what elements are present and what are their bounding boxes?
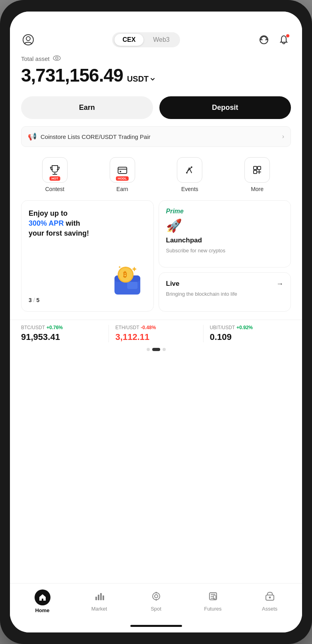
spot-icon [151, 591, 161, 604]
dot-1 [147, 348, 150, 351]
launchpad-card[interactable]: Prime 🚀 Launchpad Subscribe for new cryp… [159, 200, 291, 267]
svg-point-8 [186, 172, 188, 174]
banner-text: Coinstore Lists CORE/USDT Trading Pair [41, 133, 150, 140]
events-label: Events [181, 186, 198, 192]
nav-spot[interactable]: Spot [128, 591, 184, 612]
status-bar [10, 12, 302, 29]
pagination: 3 / 5 [29, 297, 39, 303]
eye-icon[interactable] [53, 55, 61, 62]
svg-rect-19 [98, 595, 99, 600]
live-row: Live → [166, 280, 284, 288]
cex-tab[interactable]: CEX [114, 34, 143, 46]
ubit-pair: UBIT/USDT [210, 325, 235, 330]
live-card[interactable]: Live → Bringing the blockchain into life [159, 272, 291, 312]
svg-point-4 [56, 57, 58, 59]
home-bar [10, 619, 302, 632]
quick-item-earn[interactable]: HODL Earn [110, 157, 135, 192]
deposit-button[interactable]: Deposit [159, 96, 291, 119]
action-buttons: Earn Deposit [10, 92, 302, 126]
megaphone-icon: 📢 [28, 132, 37, 141]
home-label: Home [35, 607, 49, 613]
support-button[interactable] [257, 33, 271, 47]
quick-item-contest[interactable]: HOT Contest [42, 157, 68, 192]
notification-button[interactable] [277, 33, 291, 47]
svg-rect-10 [258, 166, 261, 170]
quick-item-events[interactable]: Events [177, 157, 202, 192]
ubit-price: 0.109 [210, 332, 291, 342]
events-icon [177, 157, 202, 183]
asset-currency[interactable]: USDT [127, 74, 155, 84]
bottom-nav: Home Market [10, 583, 302, 619]
savings-card-content: Enjoy up to 300% APR withyour forst savi… [29, 209, 146, 239]
eth-pair: ETH/USDT [115, 325, 139, 330]
assets-icon [265, 591, 275, 604]
svg-rect-20 [100, 593, 102, 600]
phone-screen: CEX Web3 [10, 12, 302, 632]
nav-home[interactable]: Home [14, 589, 71, 613]
launchpad-title: Launchpad [166, 236, 202, 244]
futures-icon [208, 591, 218, 604]
dot-2 [152, 348, 160, 351]
hodl-badge: HODL [116, 176, 129, 181]
apr-title: Enjoy up to 300% APR withyour forst savi… [29, 209, 146, 239]
svg-rect-21 [103, 595, 104, 600]
chevron-right-icon: › [282, 133, 284, 140]
arrow-right-icon: → [276, 280, 283, 288]
svg-point-7 [191, 166, 192, 168]
total-asset-text: Total asset [21, 55, 50, 62]
nav-icons [257, 33, 291, 47]
nav-futures[interactable]: Futures [184, 591, 241, 612]
announcement-banner[interactable]: 📢 Coinstore Lists CORE/USDT Trading Pair… [21, 126, 291, 147]
dot-3 [163, 348, 166, 351]
svg-text:₿: ₿ [123, 271, 127, 279]
svg-point-24 [155, 592, 157, 593]
savings-card[interactable]: Enjoy up to 300% APR withyour forst savi… [21, 200, 154, 312]
scroll-indicator [10, 345, 302, 355]
scroll-area: Total asset 3,731,156.49 USDT [10, 52, 302, 583]
web3-tab[interactable]: Web3 [145, 34, 178, 46]
quick-menu: HOT Contest HODL Earn [10, 154, 302, 200]
market-icon [94, 591, 105, 604]
ticker-btc[interactable]: BTC/USDT +0.76% 91,953.41 [21, 325, 102, 342]
live-title: Live [166, 280, 180, 288]
svg-rect-18 [95, 597, 97, 600]
svg-point-29 [269, 596, 271, 598]
launchpad-subtitle: Subscribe for new cryptos [166, 248, 226, 254]
ticker-ubit[interactable]: UBIT/USDT +0.92% 0.109 [210, 325, 291, 342]
apr-highlight: 300% APR [29, 219, 64, 227]
eth-price: 3,112.11 [115, 332, 196, 342]
svg-point-22 [153, 593, 160, 600]
home-bar-line [130, 625, 182, 627]
earn-icon: HODL [110, 157, 135, 183]
top-nav: CEX Web3 [10, 29, 302, 52]
svg-point-23 [155, 595, 158, 598]
svg-rect-11 [254, 170, 257, 174]
svg-point-25 [155, 599, 157, 601]
ticker-eth[interactable]: ETH/USDT -0.48% 3,112.11 [115, 325, 196, 342]
nav-market[interactable]: Market [71, 591, 128, 612]
earn-button[interactable]: Earn [21, 96, 153, 119]
market-label: Market [91, 606, 107, 612]
spot-label: Spot [151, 606, 161, 612]
svg-point-1 [26, 37, 30, 41]
cards-grid: Enjoy up to 300% APR withyour forst savi… [21, 200, 291, 312]
ticker-row: BTC/USDT +0.76% 91,953.41 ETH/USDT -0.48… [10, 320, 302, 345]
contest-label: Contest [45, 186, 64, 192]
svg-rect-14 [127, 282, 138, 289]
svg-point-6 [120, 171, 121, 172]
futures-label: Futures [204, 606, 221, 612]
ticker-divider-2 [203, 325, 203, 342]
earn-label: Earn [116, 186, 128, 192]
more-icon [244, 157, 270, 183]
svg-rect-5 [118, 167, 127, 174]
svg-rect-9 [254, 166, 257, 170]
profile-button[interactable] [21, 33, 35, 47]
quick-item-more[interactable]: More [244, 157, 270, 192]
contest-icon: HOT [42, 157, 68, 183]
btc-change: +0.76% [47, 325, 63, 330]
svg-point-3 [53, 56, 60, 60]
nav-assets[interactable]: Assets [241, 591, 298, 612]
hot-badge: HOT [49, 176, 60, 181]
notification-dot [286, 34, 289, 37]
asset-section: Total asset 3,731,156.49 USDT [10, 52, 302, 92]
